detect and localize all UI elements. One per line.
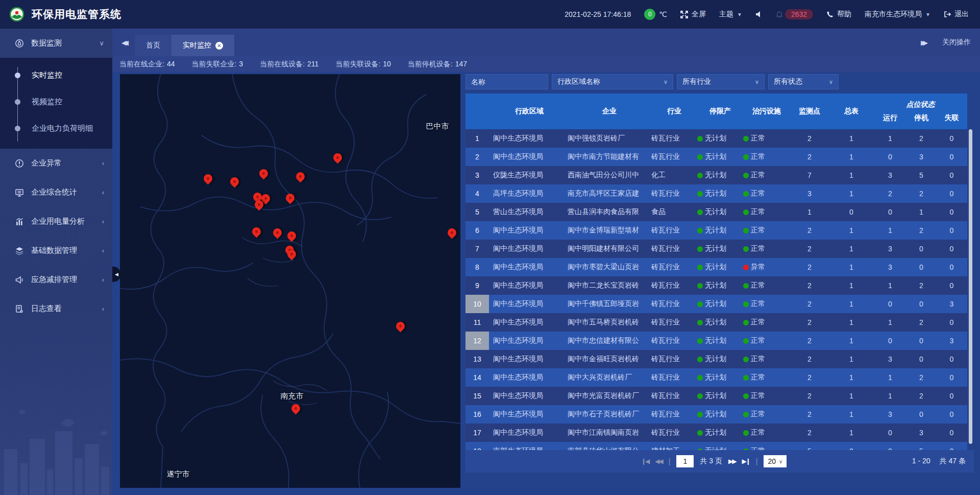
column-header-region[interactable]: 行政区域: [489, 93, 566, 129]
page-size-select[interactable]: 20∨: [764, 455, 787, 467]
tab-实时监控[interactable]: 实时监控✕: [172, 35, 234, 56]
column-header-lost[interactable]: 失联: [936, 113, 967, 123]
pollution-facility-cell: 正常: [743, 428, 790, 437]
table-row[interactable]: 5营山生态环境局营山县润丰肉食品有限食品无计划正常10010: [465, 203, 967, 221]
sidebar-subitem[interactable]: 企业电力负荷明细: [0, 115, 112, 142]
tab-scroll-left-button[interactable]: ◀◀: [121, 39, 129, 46]
company-cell: 阆中市忠信建材有限公: [566, 336, 651, 345]
column-header-meters[interactable]: 总表: [829, 93, 874, 129]
status-select[interactable]: 所有状态∨: [768, 74, 839, 89]
column-header-run[interactable]: 运行: [874, 113, 906, 123]
table-row[interactable]: 10阆中生态环境局阆中千佛镇五郎垭页岩砖瓦行业无计划正常21003: [465, 295, 967, 313]
table-row[interactable]: 17阆中生态环境局阆中市江南镇阆南页岩砖瓦行业无计划正常21030: [465, 423, 967, 442]
sidebar-item-3[interactable]: 企业综合统计‹: [0, 178, 112, 207]
column-header-industry[interactable]: 行业: [651, 93, 697, 129]
table-row[interactable]: 18南部生态环境局南部县砖华山河有限公建材加工无计划正常50050: [465, 442, 967, 450]
column-header-seq[interactable]: [465, 93, 489, 129]
help-button[interactable]: 帮助: [826, 10, 851, 19]
next-page-button[interactable]: ▶▶: [728, 458, 736, 465]
theme-menu-button[interactable]: 主题▼: [719, 10, 742, 19]
offline-count-cell: 0: [936, 410, 967, 418]
running-count-cell: 0: [874, 153, 906, 161]
bell-icon: [776, 11, 783, 18]
column-header-stop[interactable]: 停机: [906, 113, 936, 123]
first-page-button[interactable]: ❙◀: [641, 458, 649, 465]
status-dot-icon: [697, 154, 703, 160]
company-cell: 阆中市五马桥页岩机砖: [566, 318, 651, 327]
table-row[interactable]: 16阆中生态环境局阆中市石子页岩机砖厂砖瓦行业无计划正常21300: [465, 405, 967, 423]
region-cell: 阆中生态环境局: [489, 152, 566, 161]
table-row[interactable]: 7阆中生态环境局阆中明阳建材有限公司砖瓦行业无计划正常21300: [465, 240, 967, 258]
status-dot-icon: [697, 265, 703, 270]
sidebar-item-label: 数据监测: [31, 38, 99, 48]
table-row[interactable]: 12阆中生态环境局阆中市忠信建材有限公砖瓦行业无计划正常21003: [465, 332, 967, 350]
industry-select[interactable]: 所有行业∨: [677, 74, 765, 89]
stopped-count-cell: 3: [906, 153, 936, 161]
workspace: 巴中市南充市遂宁市 行政区域名称∨ 所有行业∨ 所有状态∨ 行政区域企业行业停限…: [112, 73, 980, 495]
fullscreen-button[interactable]: 全屏: [680, 10, 706, 19]
table-row[interactable]: 6阆中生态环境局阆中市金博瑞新型墙材砖瓦行业无计划正常21120: [465, 221, 967, 240]
tab-scroll-right-button[interactable]: ▶▶: [921, 39, 928, 46]
sidebar-item-6[interactable]: 应急减排管理‹: [0, 265, 112, 294]
chevron-left-icon: ‹: [102, 305, 104, 313]
table-row[interactable]: 3仪陇生态环境局西南油气田分公司川中化工无计划正常71350: [465, 166, 967, 184]
column-header-facility[interactable]: 治污设施: [743, 93, 790, 129]
sidebar-item-5[interactable]: 基础数据管理‹: [0, 236, 112, 265]
datetime-label: 2021-02-25 17:46:18: [565, 10, 631, 18]
table-row[interactable]: 14阆中生态环境局阆中大兴页岩机砖厂砖瓦行业无计划正常21120: [465, 368, 967, 387]
last-page-button[interactable]: ▶❙: [742, 458, 749, 465]
page-number-input[interactable]: [676, 455, 694, 467]
table-row[interactable]: 9阆中生态环境局阆中市二龙长宝页岩砖砖瓦行业无计划正常21120: [465, 276, 967, 295]
running-count-cell: 1: [874, 226, 906, 234]
prev-page-button[interactable]: ◀◀: [655, 458, 662, 465]
table-row[interactable]: 2阆中生态环境局阆中市南方节能建材有砖瓦行业无计划正常21030: [465, 148, 967, 166]
status-dot-icon: [697, 209, 703, 215]
log-file-icon: [14, 304, 24, 314]
sound-mute-icon[interactable]: [755, 11, 763, 18]
table-row[interactable]: 11阆中生态环境局阆中市五马桥页岩机砖砖瓦行业无计划正常21120: [465, 313, 967, 332]
sidebar-item-7[interactable]: 日志查看‹: [0, 294, 112, 323]
name-search-input[interactable]: [465, 74, 548, 89]
limit-production-cell: 无计划: [697, 281, 743, 290]
table-row[interactable]: 8阆中生态环境局阆中市枣碧大梁山页岩砖瓦行业无计划异常21300: [465, 258, 967, 276]
status-dot-icon: [697, 136, 703, 142]
sidebar-item-4[interactable]: 企业用电量分析‹: [0, 207, 112, 236]
notification-bell[interactable]: 2632: [776, 9, 813, 19]
logout-button[interactable]: 退出: [944, 10, 969, 19]
pollution-facility-cell: 正常: [743, 171, 790, 180]
close-operations-button[interactable]: 关闭操作: [942, 38, 971, 47]
table-row[interactable]: 1阆中生态环境局阆中强锐页岩砖厂砖瓦行业无计划正常21120: [465, 129, 967, 148]
sidebar-item-2[interactable]: 企业异常‹: [0, 149, 112, 178]
sidebar-subitem[interactable]: 视频监控: [0, 88, 112, 115]
table-row[interactable]: 13阆中生态环境局阆中市金福旺页岩机砖砖瓦行业无计划正常21300: [465, 350, 967, 368]
pollution-facility-text: 正常: [751, 446, 765, 450]
stat-value: 44: [167, 60, 175, 69]
company-cell: 阆中明阳建材有限公司: [566, 244, 651, 253]
column-header-points[interactable]: 监测点: [790, 93, 829, 129]
stat-value: 211: [307, 60, 318, 69]
monitor-points-cell: 2: [790, 134, 829, 143]
org-menu-button[interactable]: 南充市生态环境局▼: [865, 10, 930, 19]
column-header-limit[interactable]: 停限产: [697, 93, 743, 129]
monitor-points-cell: 2: [790, 263, 829, 271]
tab-close-icon[interactable]: ✕: [215, 42, 223, 50]
industry-cell: 砖瓦行业: [651, 318, 697, 327]
limit-production-cell: 无计划: [697, 134, 743, 143]
tab-首页[interactable]: 首页: [135, 35, 172, 56]
sidebar-subitem[interactable]: 实时监控: [0, 62, 112, 88]
table-row[interactable]: 15阆中生态环境局阆中市光富页岩机砖厂砖瓦行业无计划正常21120: [465, 387, 967, 405]
chevron-left-icon: ‹: [102, 188, 104, 196]
map-roads-decoration: [120, 74, 460, 488]
map-panel[interactable]: 巴中市南充市遂宁市: [120, 74, 460, 488]
row-number-cell: 9: [465, 276, 489, 295]
status-dot-icon: [697, 173, 703, 178]
vertical-scrollbar[interactable]: [969, 129, 972, 444]
table-row[interactable]: 4高坪生态环境局南充市高坪区王家店建砖瓦行业无计划正常31220: [465, 184, 967, 203]
limit-production-text: 无计划: [705, 226, 726, 235]
region-select[interactable]: 行政区域名称∨: [552, 74, 673, 89]
sidebar-subitem-label: 企业电力负荷明细: [32, 124, 93, 133]
sidebar-item-1[interactable]: 数据监测∨: [0, 29, 112, 58]
column-header-company[interactable]: 企业: [566, 93, 651, 129]
status-dot-icon: [743, 265, 749, 270]
stat-label: 当前停机设备:: [408, 60, 453, 69]
